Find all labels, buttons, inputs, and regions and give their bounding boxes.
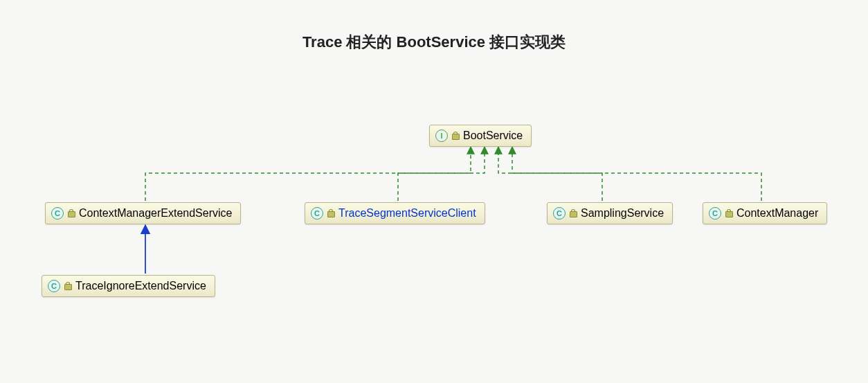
lock-icon (452, 132, 459, 140)
node-label: ContextManager (736, 207, 818, 220)
node-context-manager[interactable]: C ContextManager (703, 202, 827, 224)
lock-icon (327, 209, 334, 217)
node-bootservice[interactable]: I BootService (429, 125, 532, 147)
class-icon: C (51, 207, 64, 220)
node-label: TraceSegmentServiceClient (338, 207, 476, 220)
class-icon: C (709, 207, 721, 220)
node-trace-ignore-extend-service[interactable]: C TraceIgnoreExtendService (42, 275, 215, 297)
node-trace-segment-service-client[interactable]: C TraceSegmentServiceClient (305, 202, 485, 224)
node-label: ContextManagerExtendService (79, 207, 232, 220)
diagram-title: Trace 相关的 BootService 接口实现类 (0, 32, 868, 53)
lock-icon (725, 209, 732, 217)
node-context-manager-extend-service[interactable]: C ContextManagerExtendService (45, 202, 241, 224)
node-sampling-service[interactable]: C SamplingService (547, 202, 673, 224)
lock-icon (570, 209, 577, 217)
relationship-lines (0, 0, 868, 383)
class-icon: C (311, 207, 323, 220)
interface-icon: I (435, 130, 448, 142)
class-icon: C (48, 280, 60, 292)
lock-icon (68, 209, 75, 217)
lock-icon (64, 282, 71, 290)
node-label: BootService (463, 130, 523, 142)
node-label: TraceIgnoreExtendService (75, 280, 206, 292)
class-icon: C (553, 207, 566, 220)
node-label: SamplingService (581, 207, 664, 220)
